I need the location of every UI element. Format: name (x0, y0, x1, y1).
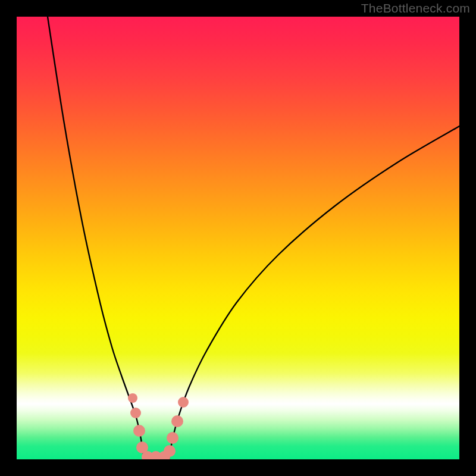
left-dot-2 (130, 408, 141, 418)
curve-left-branch (48, 17, 145, 459)
left-dot-3 (133, 425, 145, 437)
chart-stage: TheBottleneck.com (0, 0, 476, 476)
right-dot-2 (167, 432, 178, 444)
watermark-label: TheBottleneck.com (361, 1, 470, 15)
plot-area (17, 17, 459, 459)
curve-right-branch (169, 126, 459, 459)
left-dot-1 (128, 393, 137, 403)
right-dot-3 (171, 415, 183, 427)
right-dot-1 (164, 445, 176, 457)
data-markers (128, 393, 189, 459)
right-dot-4 (178, 397, 189, 408)
curve-layer (17, 17, 459, 459)
